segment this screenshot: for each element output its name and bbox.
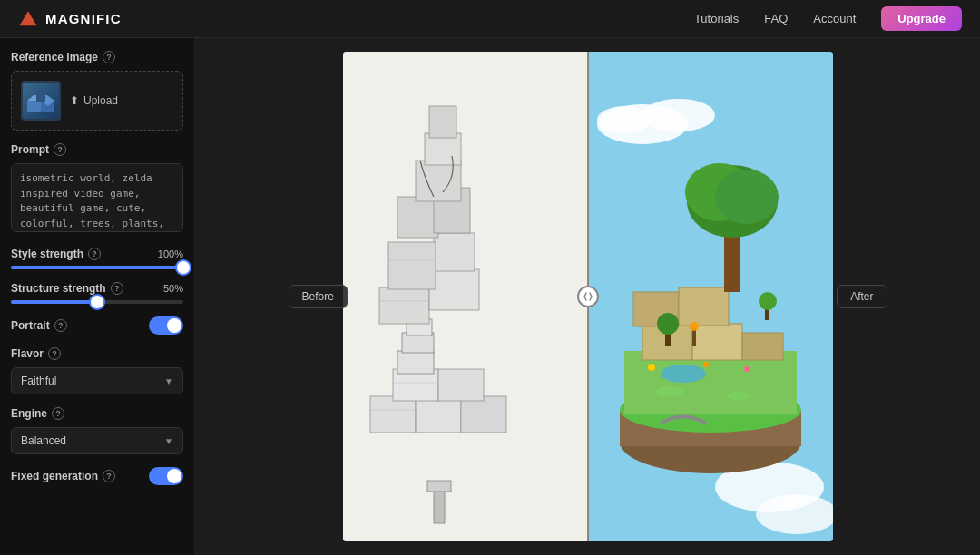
app-name: MAGNIFIC: [45, 11, 122, 26]
svg-point-51: [657, 313, 679, 335]
ref-image-help-icon[interactable]: ?: [103, 51, 115, 63]
svg-point-34: [597, 106, 652, 133]
svg-point-49: [715, 170, 779, 224]
image-split: [343, 52, 833, 541]
fixed-generation-label: Fixed generation: [11, 470, 98, 482]
upload-icon: ⬆: [70, 94, 79, 107]
before-after-container: Before: [343, 52, 833, 541]
ref-image-upload-box[interactable]: ⬆ Upload: [11, 71, 183, 131]
prompt-section: Prompt ? isometric world, zelda inspired…: [11, 143, 183, 235]
fixed-generation-help-icon[interactable]: ?: [103, 470, 115, 482]
svg-point-33: [642, 99, 715, 131]
engine-help-icon[interactable]: ?: [52, 407, 64, 420]
style-strength-thumb[interactable]: [177, 261, 190, 274]
structure-strength-value: 50%: [163, 283, 183, 294]
engine-dropdown-arrow: ▼: [164, 436, 173, 446]
divider-handle[interactable]: [577, 286, 599, 307]
portrait-toggle-knob: [167, 318, 181, 333]
engine-value: Balanced: [21, 434, 66, 447]
svg-point-56: [703, 362, 709, 367]
structure-strength-thumb[interactable]: [91, 296, 103, 308]
style-strength-section: Style strength ? 100%: [11, 248, 183, 269]
svg-rect-5: [36, 90, 45, 102]
logo-icon: [18, 9, 38, 29]
divider-handle-icon: [583, 291, 593, 302]
prompt-label: Prompt: [11, 143, 49, 156]
ref-image-section-label: Reference image ?: [11, 51, 183, 63]
svg-rect-12: [397, 351, 434, 374]
sketch-svg: [343, 52, 588, 541]
upgrade-button[interactable]: Upgrade: [881, 6, 962, 31]
prompt-textarea[interactable]: isometric world, zelda inspired video ga…: [11, 163, 183, 232]
portrait-toggle[interactable]: [149, 316, 183, 335]
flavor-label: Flavor: [11, 347, 44, 360]
structure-strength-help-icon[interactable]: ?: [111, 282, 123, 295]
nav-links: Tutorials FAQ Account Upgrade: [694, 6, 962, 31]
logo: MAGNIFIC: [18, 9, 122, 29]
svg-rect-16: [429, 269, 479, 310]
before-image-half: [343, 52, 588, 541]
flavor-section: Flavor ? Faithful ▼: [11, 347, 183, 394]
flavor-help-icon[interactable]: ?: [48, 347, 61, 360]
fixed-generation-toggle-knob: [167, 469, 181, 483]
svg-rect-17: [434, 233, 475, 271]
svg-point-61: [727, 392, 749, 401]
topnav: MAGNIFIC Tutorials FAQ Account Upgrade: [0, 0, 980, 38]
ref-thumb-svg: [23, 83, 59, 119]
structure-strength-slider[interactable]: [11, 300, 183, 304]
svg-rect-7: [370, 396, 416, 433]
split-divider[interactable]: [587, 52, 589, 541]
svg-rect-42: [692, 324, 742, 360]
svg-point-55: [648, 364, 655, 371]
portrait-help-icon[interactable]: ?: [54, 319, 67, 332]
svg-rect-18: [388, 242, 436, 289]
style-strength-label: Style strength: [11, 248, 83, 260]
svg-marker-0: [19, 11, 36, 25]
svg-point-53: [759, 292, 777, 310]
fixed-generation-row: Fixed generation ?: [11, 467, 183, 485]
structure-strength-label: Structure strength: [11, 282, 106, 295]
fixed-generation-toggle[interactable]: [149, 467, 183, 485]
svg-point-54: [661, 365, 706, 383]
svg-rect-25: [427, 481, 451, 492]
svg-point-57: [744, 366, 750, 372]
svg-rect-24: [434, 487, 445, 523]
engine-label: Engine: [11, 407, 47, 420]
svg-rect-21: [416, 161, 461, 201]
after-button[interactable]: After: [837, 285, 887, 308]
sidebar: Reference image ? ⬆ Upload: [0, 38, 195, 555]
style-strength-slider[interactable]: [11, 266, 183, 269]
svg-point-60: [656, 386, 683, 397]
color-svg: [588, 52, 833, 541]
svg-rect-11: [438, 369, 484, 401]
svg-rect-9: [461, 396, 506, 433]
engine-dropdown[interactable]: Balanced ▼: [11, 427, 183, 454]
flavor-dropdown-arrow: ▼: [164, 376, 173, 386]
structure-strength-fill: [11, 300, 97, 304]
tutorials-link[interactable]: Tutorials: [694, 12, 739, 25]
svg-point-59: [690, 322, 699, 331]
svg-rect-15: [379, 287, 429, 324]
structure-strength-section: Structure strength ? 50%: [11, 282, 183, 304]
before-button[interactable]: Before: [289, 285, 348, 308]
flavor-dropdown[interactable]: Faithful ▼: [11, 367, 183, 394]
faq-link[interactable]: FAQ: [764, 12, 788, 25]
portrait-label: Portrait: [11, 319, 50, 332]
svg-rect-19: [397, 197, 438, 238]
style-strength-fill: [11, 266, 183, 269]
style-strength-help-icon[interactable]: ?: [88, 248, 101, 260]
style-strength-value: 100%: [158, 248, 183, 259]
svg-rect-8: [416, 396, 461, 433]
upload-label: ⬆ Upload: [70, 94, 118, 107]
after-image-half: [588, 52, 833, 541]
canvas-area: Before: [195, 38, 980, 555]
engine-section: Engine ? Balanced ▼: [11, 407, 183, 454]
ref-thumb-inner: [23, 83, 59, 119]
account-link[interactable]: Account: [813, 12, 856, 25]
main-layout: Reference image ? ⬆ Upload: [0, 38, 980, 555]
ref-image-thumbnail: [21, 81, 61, 121]
svg-rect-43: [742, 333, 783, 360]
prompt-help-icon[interactable]: ?: [54, 143, 66, 156]
flavor-value: Faithful: [21, 375, 56, 387]
svg-rect-23: [429, 106, 456, 138]
